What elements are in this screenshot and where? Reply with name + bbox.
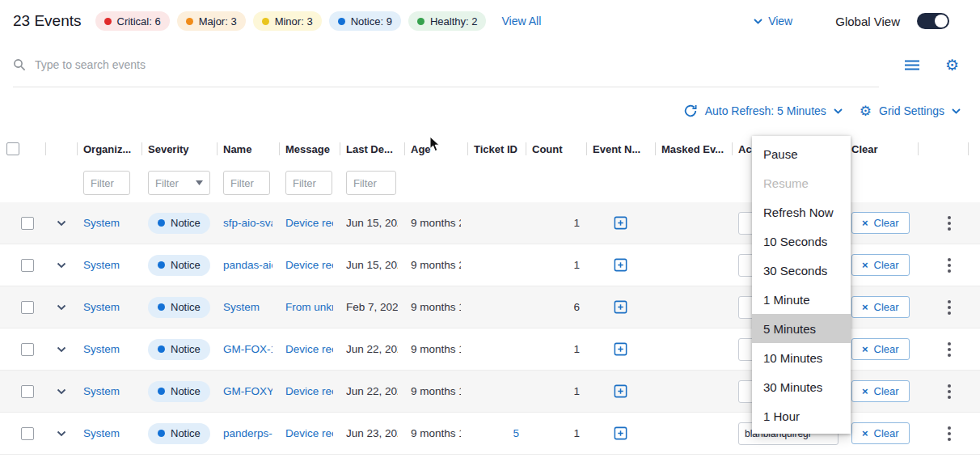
col-severity[interactable]: Severity: [142, 134, 217, 163]
row-checkbox[interactable]: [21, 385, 34, 398]
count-text: 1: [573, 259, 580, 271]
search-icon: [13, 58, 26, 71]
auto-refresh-dropdown[interactable]: Auto Refresh: 5 Minutes: [705, 104, 826, 117]
event-message-link[interactable]: From unkn(: [285, 301, 333, 313]
organization-link[interactable]: System: [83, 427, 120, 439]
row-checkbox[interactable]: [21, 301, 34, 314]
note-add-icon: [613, 215, 628, 231]
organization-link[interactable]: System: [83, 259, 120, 271]
row-checkbox[interactable]: [21, 259, 34, 272]
view-dropdown[interactable]: View: [754, 15, 792, 28]
settings-gear-icon[interactable]: ⚙: [945, 57, 959, 73]
menu-item-1-minute[interactable]: 1 Minute: [752, 285, 851, 314]
global-view-toggle[interactable]: [917, 13, 949, 29]
menu-item-refresh-now[interactable]: Refresh Now: [752, 197, 851, 227]
row-checkbox[interactable]: [21, 427, 34, 440]
menu-item-5-minutes[interactable]: 5 Minutes: [752, 314, 851, 343]
event-name-link[interactable]: System: [223, 301, 260, 313]
event-note-button[interactable]: [613, 257, 628, 273]
expand-row-icon[interactable]: [57, 304, 66, 311]
row-kebab-menu-icon[interactable]: [943, 423, 956, 444]
menu-item-resume[interactable]: Resume: [752, 168, 851, 197]
clear-button[interactable]: ×Clear: [851, 212, 910, 234]
col-masked-events[interactable]: Masked Ev...: [655, 134, 732, 163]
chevron-down-icon[interactable]: [834, 108, 843, 114]
col-name[interactable]: Name: [217, 134, 279, 163]
event-note-button[interactable]: [613, 426, 628, 441]
event-name-link[interactable]: GM-FOX-1: [223, 343, 272, 355]
grid-settings-dropdown[interactable]: Grid Settings: [879, 104, 944, 117]
menu-item-10-seconds[interactable]: 10 Seconds: [752, 227, 851, 256]
event-message-link[interactable]: Device recc: [285, 385, 333, 397]
col-event-note[interactable]: Event N...: [586, 134, 655, 163]
view-all-link[interactable]: View All: [501, 15, 541, 28]
filter-organization-input[interactable]: [83, 171, 130, 195]
col-age[interactable]: Age: [404, 134, 467, 163]
chevron-down-icon[interactable]: [952, 108, 961, 114]
organization-link[interactable]: System: [83, 385, 120, 397]
severity-filter-critical[interactable]: Critical: 6: [95, 11, 170, 31]
expand-row-icon[interactable]: [57, 346, 66, 353]
event-name-link[interactable]: pandas-aio-: [223, 259, 272, 271]
masked-events-cell: [655, 202, 732, 244]
event-note-button[interactable]: [613, 299, 628, 315]
event-note-button[interactable]: [613, 341, 628, 357]
search-field[interactable]: [13, 42, 879, 87]
expand-row-icon[interactable]: [57, 430, 66, 437]
col-ticket-id[interactable]: Ticket ID: [467, 134, 526, 163]
grid-gear-icon[interactable]: ⚙: [860, 104, 872, 118]
col-last-detected[interactable]: Last De...: [340, 134, 404, 163]
menu-item-30-seconds[interactable]: 30 Seconds: [752, 256, 851, 285]
col-message[interactable]: Message: [279, 134, 340, 163]
clear-button[interactable]: ×Clear: [851, 296, 910, 318]
event-message-link[interactable]: Device recc: [285, 427, 333, 439]
menu-item-pause[interactable]: Pause: [752, 139, 851, 168]
col-organization[interactable]: Organiz...: [77, 134, 142, 163]
row-kebab-menu-icon[interactable]: [943, 339, 956, 360]
clear-button[interactable]: ×Clear: [851, 338, 910, 360]
select-all-checkbox[interactable]: [6, 142, 19, 155]
event-note-button[interactable]: [613, 384, 628, 399]
event-name-link[interactable]: GM-FOXY-: [223, 385, 272, 397]
row-kebab-menu-icon[interactable]: [943, 255, 956, 276]
organization-link[interactable]: System: [83, 301, 120, 313]
toggle-knob-icon: [935, 15, 948, 28]
expand-row-icon[interactable]: [57, 262, 66, 269]
event-message-link[interactable]: Device recc: [285, 217, 333, 229]
event-name-link[interactable]: sfp-aio-sva: [223, 217, 272, 229]
severity-label: Notice: [171, 301, 201, 313]
row-checkbox[interactable]: [21, 343, 34, 356]
search-input[interactable]: [35, 58, 879, 71]
list-view-button[interactable]: [898, 51, 926, 78]
filter-name-input[interactable]: [223, 171, 270, 195]
filter-message-input[interactable]: [285, 171, 332, 195]
refresh-icon[interactable]: [683, 104, 698, 118]
event-name-link[interactable]: panderps-d: [223, 427, 272, 439]
severity-filter-minor[interactable]: Minor: 3: [253, 11, 322, 31]
severity-filter-major[interactable]: Major: 3: [177, 11, 246, 31]
row-kebab-menu-icon[interactable]: [943, 213, 956, 234]
organization-link[interactable]: System: [83, 343, 120, 355]
row-kebab-menu-icon[interactable]: [943, 381, 956, 402]
severity-filter-healthy[interactable]: Healthy: 2: [408, 11, 487, 31]
menu-item-30-minutes[interactable]: 30 Minutes: [752, 372, 851, 401]
expand-row-icon[interactable]: [57, 220, 66, 227]
clear-button[interactable]: ×Clear: [851, 254, 910, 276]
filter-last-detected-input[interactable]: [346, 171, 396, 195]
filter-severity-select[interactable]: Filter: [148, 171, 210, 195]
ticket-id-link[interactable]: 5: [513, 427, 519, 439]
clear-button[interactable]: ×Clear: [851, 422, 910, 444]
col-count[interactable]: Count: [526, 134, 586, 163]
event-message-link[interactable]: Device recc: [285, 343, 333, 355]
expand-row-icon[interactable]: [57, 388, 66, 395]
organization-link[interactable]: System: [83, 217, 120, 229]
menu-item-1-hour[interactable]: 1 Hour: [752, 401, 851, 430]
event-note-button[interactable]: [613, 215, 628, 231]
severity-filter-notice[interactable]: Notice: 9: [329, 11, 401, 31]
col-clear[interactable]: Clear: [845, 134, 918, 163]
row-kebab-menu-icon[interactable]: [943, 297, 956, 318]
row-checkbox[interactable]: [21, 217, 34, 230]
menu-item-10-minutes[interactable]: 10 Minutes: [752, 343, 851, 372]
event-message-link[interactable]: Device recc: [285, 259, 333, 271]
clear-button[interactable]: ×Clear: [851, 380, 910, 402]
